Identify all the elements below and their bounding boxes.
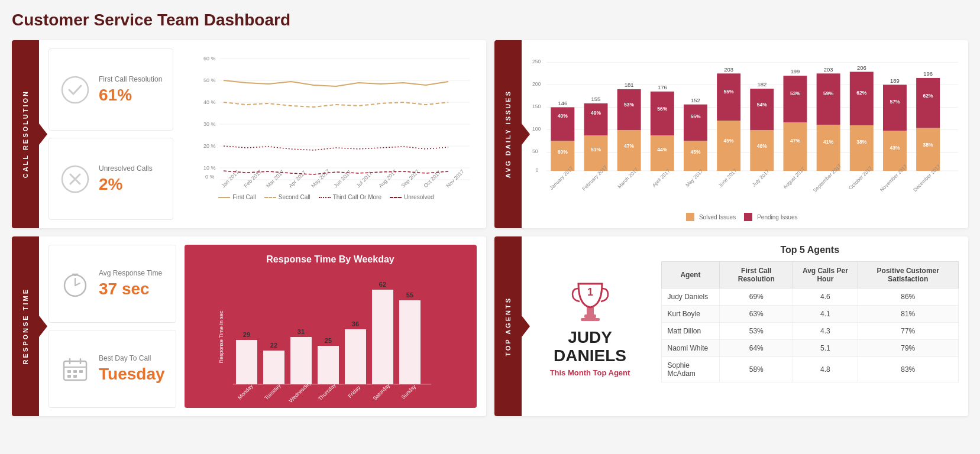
response-time-label: RESPONSE TIME — [12, 236, 39, 416]
quadrant-call-resolution: CALL RESOLUTION First Call Resolution 61… — [12, 40, 486, 228]
agent-calls-cell: 5.1 — [793, 340, 858, 357]
svg-rect-52 — [617, 130, 641, 171]
svg-rect-93 — [849, 72, 873, 125]
svg-rect-45 — [584, 103, 607, 135]
agent-calls-cell: 4.3 — [793, 323, 858, 340]
avg-response-card: Avg Response Time 37 sec — [48, 245, 176, 323]
svg-rect-87 — [816, 73, 840, 125]
agent-hero-name: JUDY DANIELS — [531, 329, 649, 365]
svg-text:Saturday: Saturday — [371, 382, 391, 401]
agent-calls-cell: 4.6 — [793, 288, 858, 306]
best-day-card: Best Day To Call Tuesday — [48, 330, 176, 408]
svg-rect-99 — [882, 85, 906, 131]
svg-text:0 %: 0 % — [205, 174, 215, 180]
response-time-arrow — [39, 316, 47, 337]
svg-text:47%: 47% — [790, 138, 800, 144]
table-row: Naomi White 64% 5.1 79% — [661, 340, 959, 357]
avg-response-text: Avg Response Time 37 sec — [99, 269, 162, 299]
table-row: Matt Dillon 53% 4.3 77% — [661, 323, 959, 340]
line-chart-area: 60 % 50 % 40 % 30 % 20 % 10 % 0 % — [182, 48, 476, 220]
agent-name-cell: Kurt Boyle — [661, 306, 720, 323]
svg-text:55%: 55% — [690, 114, 701, 119]
svg-point-0 — [62, 77, 88, 103]
calendar-icon — [60, 354, 90, 384]
svg-text:38%: 38% — [856, 139, 867, 145]
svg-text:31: 31 — [297, 328, 304, 335]
legend-pending: Pending Issues — [744, 213, 797, 221]
call-resolution-kpis: First Call Resolution 61% Unresolved Cal… — [48, 48, 173, 220]
svg-text:55%: 55% — [723, 89, 734, 95]
table-row: Sophie McAdam 58% 4.8 83% — [661, 357, 959, 382]
svg-text:Tuesday: Tuesday — [263, 382, 282, 401]
svg-rect-70 — [717, 121, 740, 171]
quadrant-response-time: RESPONSE TIME Avg Res — [12, 236, 486, 416]
svg-text:45%: 45% — [723, 138, 734, 144]
svg-rect-69 — [717, 73, 740, 121]
svg-text:150: 150 — [532, 103, 541, 109]
svg-text:196: 196 — [923, 70, 933, 77]
svg-text:60%: 60% — [557, 149, 568, 155]
table-row: Kurt Boyle 63% 4.1 81% — [661, 306, 959, 323]
agent-fcr-cell: 64% — [720, 340, 793, 357]
agents-table-wrap: Top 5 Agents Agent First Call Resolution… — [661, 245, 959, 408]
svg-text:25: 25 — [324, 337, 331, 344]
svg-text:Feb 2017: Feb 2017 — [243, 168, 263, 189]
rt-chart-title: Response Time By Weekday — [196, 254, 465, 265]
unresolved-text: Unresolved Calls 2% — [99, 164, 153, 194]
svg-text:22: 22 — [270, 342, 277, 349]
agents-table: Agent First Call Resolution Avg Calls Pe… — [661, 261, 959, 382]
svg-rect-64 — [683, 141, 707, 171]
main-grid: CALL RESOLUTION First Call Resolution 61… — [12, 40, 968, 416]
svg-text:Apr 2017: Apr 2017 — [288, 170, 308, 189]
checkmark-icon — [60, 74, 90, 105]
call-resolution-arrow — [39, 124, 47, 145]
svg-text:152: 152 — [691, 97, 700, 103]
svg-text:57%: 57% — [890, 99, 900, 105]
rt-chart-wrap: Response Time By Weekday Response Time I… — [185, 245, 477, 408]
fcr-value: 61% — [99, 86, 162, 105]
svg-text:62%: 62% — [856, 90, 867, 96]
table-row: Judy Daniels 69% 4.6 86% — [661, 288, 959, 306]
svg-rect-82 — [783, 122, 807, 171]
svg-text:Sunday: Sunday — [400, 383, 417, 400]
agent-hero-subtitle: This Month Top Agent — [550, 368, 630, 377]
fcr-label: First Call Resolution — [99, 75, 162, 83]
svg-text:199: 199 — [790, 68, 800, 74]
svg-line-113 — [75, 283, 80, 286]
rt-chart-svg: Response Time In sec 29 Monday 22 Tuesda… — [196, 272, 465, 402]
agent-satisfaction-cell: 86% — [858, 288, 958, 306]
svg-text:40 %: 40 % — [203, 99, 216, 105]
svg-text:30 %: 30 % — [203, 121, 216, 127]
svg-text:47%: 47% — [624, 143, 635, 149]
svg-text:100: 100 — [532, 126, 541, 132]
avg-daily-chart: 250 200 150 100 50 0 — [531, 47, 959, 203]
fcr-text: First Call Resolution 61% — [99, 75, 162, 105]
svg-text:1: 1 — [587, 286, 593, 298]
avg-response-value: 37 sec — [99, 280, 162, 299]
avg-daily-label: AVG DAILY ISSUES — [494, 40, 522, 228]
col-agent: Agent — [661, 262, 720, 288]
top-agents-label: TOP AGENTS — [494, 236, 522, 416]
unresolved-card: Unresolved Calls 2% — [48, 138, 173, 220]
svg-text:206: 206 — [856, 64, 866, 71]
agent-calls-cell: 4.8 — [793, 357, 858, 382]
avg-daily-arrow — [522, 124, 530, 145]
svg-rect-122 — [79, 370, 83, 373]
svg-text:176: 176 — [657, 84, 667, 90]
legend-unresolved: Unresolved — [390, 194, 434, 200]
svg-text:49%: 49% — [590, 110, 601, 116]
svg-text:182: 182 — [757, 81, 766, 87]
svg-text:Monday: Monday — [237, 383, 254, 401]
svg-text:59%: 59% — [823, 90, 834, 96]
svg-text:May 2017: May 2017 — [311, 168, 331, 189]
xmark-icon — [60, 164, 90, 194]
svg-text:45%: 45% — [690, 149, 701, 155]
svg-text:40%: 40% — [557, 113, 568, 119]
svg-rect-123 — [67, 375, 71, 378]
svg-rect-105 — [916, 78, 940, 128]
agent-hero: 1 JUDY DANIELS This Month Top Agent — [531, 245, 649, 408]
legend-third-call: Third Call Or More — [319, 194, 381, 200]
svg-text:44%: 44% — [657, 147, 668, 153]
top-agents-content: 1 JUDY DANIELS This Month Top Agent Top … — [522, 236, 969, 416]
svg-text:46%: 46% — [756, 143, 767, 149]
